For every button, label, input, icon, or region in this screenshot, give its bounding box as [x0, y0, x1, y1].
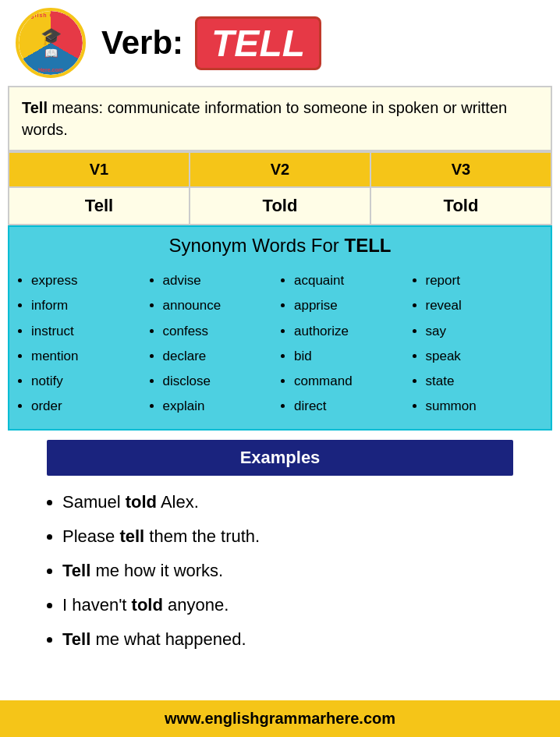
definition-bold: Tell: [22, 99, 48, 116]
definition-text: means: communicate information to someon…: [22, 99, 507, 138]
logo-arc-bottom: Here.com: [38, 67, 63, 73]
list-item: confess: [163, 319, 281, 344]
logo-hat-icon: 🎓: [41, 27, 62, 47]
example-suffix-5: me what happened.: [90, 629, 246, 649]
list-item: advise: [163, 268, 281, 293]
example-suffix-4: anyone.: [163, 595, 229, 615]
footer: www.englishgrammarhere.com: [0, 700, 560, 737]
example-bold-5: Tell: [62, 629, 90, 649]
list-item: speak: [426, 344, 544, 369]
list-item: summon: [426, 394, 544, 419]
list-item: authorize: [294, 319, 412, 344]
synonym-col-2: advise announce confess declare disclose…: [149, 268, 281, 420]
conjugation-table: V1 V2 V3 Tell Told Told: [8, 151, 552, 225]
example-suffix-1: Alex.: [157, 492, 199, 512]
list-item: declare: [163, 344, 281, 369]
footer-url: www.englishgrammarhere.com: [165, 710, 395, 727]
synonym-title-normal: Synonym Words For: [169, 235, 345, 256]
list-item: Tell me how it works.: [62, 554, 529, 588]
list-item: notify: [31, 369, 149, 394]
col-header-v1: V1: [9, 152, 190, 187]
list-item: mention: [31, 344, 149, 369]
logo: English Grammar 🎓 📖 Here.com: [16, 8, 86, 78]
conj-v1: Tell: [9, 187, 190, 225]
list-item: explain: [163, 394, 281, 419]
list-item: Samuel told Alex.: [62, 485, 529, 519]
example-bold-1: told: [126, 492, 157, 512]
logo-arc-top: English Grammar: [22, 12, 79, 18]
list-item: reveal: [426, 293, 544, 318]
list-item: acquaint: [294, 268, 412, 293]
header: English Grammar 🎓 📖 Here.com Verb: TELL: [0, 0, 560, 86]
example-suffix-2: them the truth.: [144, 526, 260, 546]
synonym-col-4: report reveal say speak state summon: [412, 268, 544, 420]
logo-book-icon: 📖: [44, 47, 58, 59]
example-prefix-1: Samuel: [62, 492, 126, 512]
conj-v3: Told: [370, 187, 551, 225]
list-item: Please tell them the truth.: [62, 519, 529, 554]
examples-header: Examples: [47, 440, 513, 476]
example-bold-4: told: [132, 595, 163, 615]
list-item: report: [426, 268, 544, 293]
synonym-grid: express inform instruct mention notify o…: [9, 264, 551, 429]
list-item: command: [294, 369, 412, 394]
list-item: bid: [294, 344, 412, 369]
example-bold-2: tell: [119, 526, 144, 546]
list-item: order: [31, 394, 149, 419]
list-item: disclose: [163, 369, 281, 394]
synonym-col-3: acquaint apprise authorize bid command d…: [280, 268, 412, 420]
synonym-col-1: express inform instruct mention notify o…: [17, 268, 149, 420]
list-item: instruct: [31, 319, 149, 344]
tell-badge: TELL: [195, 16, 321, 70]
list-item: say: [426, 319, 544, 344]
synonym-title-bold: TELL: [344, 235, 391, 256]
example-bold-3: Tell: [62, 561, 90, 580]
example-suffix-3: me how it works.: [90, 561, 223, 580]
examples-list: Samuel told Alex. Please tell them the t…: [0, 476, 560, 666]
list-item: announce: [163, 293, 281, 318]
example-prefix-2: Please: [62, 526, 119, 546]
list-item: direct: [294, 394, 412, 419]
col-header-v3: V3: [370, 152, 551, 187]
verb-label: Verb:: [101, 24, 183, 62]
synonym-title: Synonym Words For TELL: [9, 227, 551, 264]
conj-v2: Told: [190, 187, 370, 225]
col-header-v2: V2: [190, 152, 370, 187]
definition-box: Tell means: communicate information to s…: [8, 86, 552, 151]
list-item: Tell me what happened.: [62, 622, 529, 657]
list-item: I haven't told anyone.: [62, 588, 529, 622]
list-item: apprise: [294, 293, 412, 318]
list-item: state: [426, 369, 544, 394]
header-title: Verb: TELL: [101, 16, 544, 70]
list-item: express: [31, 268, 149, 293]
synonym-section: Synonym Words For TELL express inform in…: [8, 225, 552, 431]
example-prefix-4: I haven't: [62, 595, 132, 615]
list-item: inform: [31, 293, 149, 318]
